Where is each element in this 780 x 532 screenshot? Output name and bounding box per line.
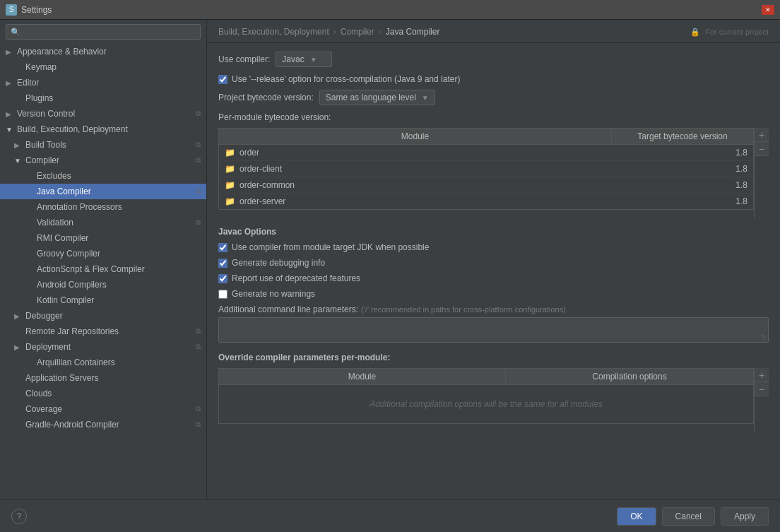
sidebar-item-groovy-compiler[interactable]: Groovy Compiler: [0, 246, 206, 261]
folder-icon: 📁: [225, 164, 235, 174]
sidebar-item-keymap[interactable]: Keymap: [0, 59, 206, 75]
sidebar-item-label: Keymap: [25, 62, 57, 72]
bytecode-version-value: Same as language level: [326, 93, 416, 102]
sidebar-item-label: Clouds: [25, 389, 52, 398]
sidebar-item-label: ActionScript & Flex Compiler: [37, 264, 145, 274]
main-content: Build, Execution, Deployment › Compiler …: [207, 20, 780, 500]
additional-params-hint: ('/' recommended in paths for cross-plat…: [361, 305, 566, 314]
breadcrumb-sep1: ›: [333, 27, 336, 37]
module-name: 📁 order: [219, 145, 612, 160]
target-col-header: Target bytecode version: [612, 129, 753, 144]
table-row[interactable]: 📁 order1.8: [219, 145, 753, 161]
cancel-button[interactable]: Cancel: [662, 507, 715, 526]
remove-override-button[interactable]: −: [755, 382, 769, 396]
window-title: Settings: [21, 5, 762, 15]
sidebar-item-build-tools[interactable]: ▶Build Tools⧉: [0, 137, 206, 153]
sidebar-item-debugger[interactable]: ▶Debugger: [0, 308, 206, 324]
bytecode-version-select[interactable]: Same as language level ▼: [319, 90, 435, 105]
sidebar-item-application-servers[interactable]: Application Servers: [0, 370, 206, 386]
remove-module-button[interactable]: −: [755, 142, 769, 156]
sidebar-item-coverage[interactable]: Coverage⧉: [0, 401, 206, 417]
title-bar: S Settings ✕: [0, 0, 780, 20]
ok-button[interactable]: OK: [617, 507, 656, 526]
javac-option-checkbox-2[interactable]: [218, 274, 228, 283]
sidebar-item-arquillian[interactable]: Arquillian Containers: [0, 355, 206, 370]
app-icon: S: [6, 4, 17, 16]
sidebar-item-editor[interactable]: ▶Editor: [0, 75, 206, 90]
module-col-header: Module: [219, 129, 612, 144]
apply-button[interactable]: Apply: [721, 507, 769, 526]
search-input[interactable]: [23, 27, 196, 37]
breadcrumb-current: Java Compiler: [386, 27, 440, 37]
module-version: 1.8: [612, 194, 753, 209]
module-table-container: Module Target bytecode version 📁 order1.…: [218, 128, 769, 218]
add-override-button[interactable]: +: [755, 368, 769, 382]
breadcrumb: Build, Execution, Deployment › Compiler …: [207, 20, 780, 43]
sidebar-item-actionscript-compiler[interactable]: ActionScript & Flex Compiler: [0, 261, 206, 277]
sidebar-item-remote-jar[interactable]: Remote Jar Repositories⧉: [0, 324, 206, 339]
compiler-select[interactable]: Javac ▼: [276, 52, 332, 67]
javac-option-label-0: Use compiler from module target JDK when…: [232, 242, 429, 252]
module-name: 📁 order-client: [219, 161, 612, 177]
sidebar-item-appearance[interactable]: ▶Appearance & Behavior: [0, 44, 206, 59]
sidebar-item-label: Appearance & Behavior: [17, 47, 107, 57]
sidebar-item-kotlin-compiler[interactable]: Kotlin Compiler: [0, 292, 206, 308]
module-version: 1.8: [612, 161, 753, 177]
sidebar-item-deployment[interactable]: ▶Deployment⧉: [0, 339, 206, 355]
sidebar-item-label: RMI Compiler: [37, 233, 88, 243]
sidebar-item-clouds[interactable]: Clouds: [0, 386, 206, 401]
copy-icon: ⧉: [196, 156, 201, 165]
sidebar-item-rmi-compiler[interactable]: RMI Compiler: [0, 230, 206, 246]
javac-option-checkbox-1[interactable]: [218, 259, 228, 268]
copy-icon: ⧉: [196, 420, 201, 429]
breadcrumb-part2: Compiler: [341, 27, 374, 37]
sidebar-item-validation[interactable]: Validation⧉: [0, 215, 206, 230]
sidebar-item-java-compiler[interactable]: Java Compiler⧉: [0, 184, 206, 199]
override-table-container: Module Compilation options Additional co…: [218, 368, 769, 432]
override-module-col: Module: [219, 369, 506, 384]
sidebar-item-label: Kotlin Compiler: [37, 295, 94, 305]
javac-option-checkbox-3[interactable]: [218, 290, 228, 299]
help-button[interactable]: ?: [11, 509, 27, 524]
copy-icon: ⧉: [196, 141, 201, 149]
sidebar-item-plugins[interactable]: Plugins: [0, 90, 206, 106]
sidebar-item-label: Java Compiler: [37, 187, 91, 196]
sidebar-item-gradle-android[interactable]: Gradle-Android Compiler⧉: [0, 417, 206, 432]
javac-options-title: Javac Options: [218, 227, 769, 237]
sidebar-item-label: Remote Jar Repositories: [25, 326, 119, 336]
arrow-icon: ▶: [14, 141, 23, 149]
folder-icon: 📁: [225, 196, 235, 206]
additional-params-textarea[interactable]: ⤡: [218, 317, 769, 343]
sidebar-item-compiler[interactable]: ▼Compiler⧉: [0, 153, 206, 168]
override-add-remove: + −: [754, 368, 769, 432]
sidebar-item-label: Editor: [17, 78, 39, 88]
table-row[interactable]: 📁 order-server1.8: [219, 194, 753, 209]
sidebar-item-excludes[interactable]: Excludes: [0, 168, 206, 184]
sidebar-item-label: Annotation Processors: [37, 202, 122, 212]
copy-icon: ⧉: [196, 218, 201, 227]
sidebar-item-label: Validation: [37, 218, 73, 227]
sidebar-item-label: Plugins: [25, 93, 53, 103]
module-add-remove: + −: [754, 128, 769, 218]
javac-option-checkbox-0[interactable]: [218, 243, 228, 252]
arrow-icon: ▶: [6, 110, 14, 118]
compiler-select-value: Javac: [282, 54, 304, 64]
sidebar-item-version-control[interactable]: ▶Version Control⧉: [0, 106, 206, 122]
table-row[interactable]: 📁 order-client1.8: [219, 161, 753, 177]
cross-compile-checkbox[interactable]: [218, 75, 228, 84]
close-button[interactable]: ✕: [762, 5, 774, 15]
add-module-button[interactable]: +: [755, 128, 769, 142]
sidebar-item-label: Debugger: [25, 311, 63, 321]
sidebar-item-label: Version Control: [17, 109, 75, 119]
sidebar-item-label: Excludes: [37, 171, 71, 181]
search-box[interactable]: 🔍: [6, 24, 201, 40]
table-row[interactable]: 📁 order-common1.8: [219, 177, 753, 194]
sidebar-item-android-compilers[interactable]: Android Compilers: [0, 277, 206, 292]
sidebar-item-annotation-processors[interactable]: Annotation Processors: [0, 199, 206, 215]
breadcrumb-part1: Build, Execution, Deployment: [218, 27, 329, 37]
module-table: Module Target bytecode version 📁 order1.…: [218, 128, 754, 210]
copy-icon: ⧉: [196, 187, 201, 196]
arrow-icon: ▶: [14, 312, 23, 320]
copy-icon: ⧉: [196, 110, 201, 118]
sidebar-item-build-execution[interactable]: ▼Build, Execution, Deployment: [0, 122, 206, 137]
